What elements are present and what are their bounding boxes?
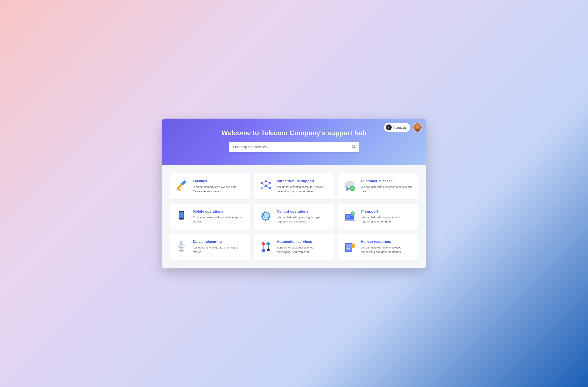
automation-desc: Support for customer queries, messaging,… (277, 245, 329, 254)
facilities-desc: Is something broken? We can help. Raise … (193, 185, 245, 194)
svg-point-4 (352, 145, 355, 147)
svg-point-46 (262, 214, 264, 216)
card-data[interactable]: B Data engineering Ask us for anything d… (170, 234, 250, 260)
card-automation[interactable]: Automation services Support for customer… (254, 234, 334, 260)
it-title: IT support (361, 209, 413, 214)
svg-point-63 (183, 245, 185, 246)
automation-icon (259, 240, 273, 253)
search-container (229, 142, 359, 152)
svg-marker-67 (267, 247, 270, 251)
automation-text: Automation services Support for customer… (277, 240, 329, 254)
svg-rect-54 (344, 220, 356, 221)
services-grid: Facilites Is something broken? We can he… (170, 173, 418, 260)
svg-rect-38 (261, 216, 263, 217)
svg-rect-59 (181, 248, 182, 251)
it-text: IT support We can help with any question… (361, 209, 413, 224)
facilities-text: Facilites Is something broken? We can he… (193, 179, 245, 194)
svg-line-23 (266, 181, 270, 183)
requests-badge: 2 (386, 124, 392, 130)
header-actions: 2 Requests (384, 123, 422, 132)
svg-line-20 (266, 186, 270, 188)
svg-point-45 (265, 215, 267, 217)
hr-title: Human resources (361, 240, 413, 244)
central-title: Central operations (277, 209, 329, 214)
main-container: 2 Requests Welcome to Telecom Company's … (162, 119, 426, 268)
svg-point-74 (352, 244, 354, 246)
svg-line-5 (355, 147, 356, 148)
svg-rect-51 (346, 215, 350, 218)
svg-rect-66 (262, 249, 265, 252)
infrastructure-title: Infrastructure support (277, 179, 329, 183)
customer-success-desc: We can help with customer accounts and d… (361, 185, 413, 194)
facilities-title: Facilites (193, 179, 245, 183)
card-facilities[interactable]: Facilites Is something broken? We can he… (170, 173, 250, 199)
svg-point-3 (416, 125, 419, 128)
card-it[interactable]: IT support We can help with any question… (338, 204, 418, 230)
data-title: Data engineering (193, 240, 245, 244)
hr-text: Human resources We can help with new emp… (361, 240, 413, 254)
svg-line-22 (262, 181, 266, 183)
requests-button[interactable]: 2 Requests (384, 123, 410, 132)
svg-rect-39 (269, 216, 271, 217)
data-icon: B (175, 240, 189, 253)
mobile-icon (175, 209, 189, 223)
facilities-icon (175, 179, 189, 192)
svg-line-19 (262, 186, 266, 188)
card-customer-success[interactable]: Customer success We can help with custom… (338, 173, 418, 199)
central-text: Central operations We can help with plan… (277, 209, 329, 224)
card-infrastructure[interactable]: Infrastructure support Ask us for anythi… (254, 173, 334, 199)
svg-point-48 (268, 217, 269, 218)
svg-line-17 (262, 183, 266, 186)
data-desc: Ask us for anything data or analytics re… (193, 245, 245, 254)
svg-rect-37 (265, 219, 267, 221)
svg-text:B: B (180, 242, 181, 244)
mobile-title: Mobile operations (193, 209, 245, 214)
page-title: Welcome to Telecom Company's support hub (222, 129, 367, 137)
central-icon (259, 209, 273, 223)
svg-point-27 (350, 186, 355, 191)
svg-point-64 (262, 242, 265, 245)
header-section: 2 Requests Welcome to Telecom Company's … (162, 119, 426, 165)
automation-title: Automation services (277, 240, 329, 244)
mobile-text: Mobile operations Customer issues with o… (193, 209, 245, 224)
svg-rect-76 (346, 245, 350, 246)
svg-point-47 (264, 211, 266, 213)
card-mobile[interactable]: Mobile operations Customer issues with o… (170, 204, 250, 230)
svg-point-29 (346, 188, 348, 190)
svg-rect-78 (346, 248, 350, 249)
data-text: Data engineering Ask us for anything dat… (193, 240, 245, 254)
requests-label: Requests (393, 126, 407, 129)
card-hr[interactable]: Human resources We can help with new emp… (338, 234, 418, 260)
infrastructure-text: Infrastructure support Ask us for anythi… (277, 179, 329, 194)
it-desc: We can help with any questions regarding… (361, 215, 413, 224)
svg-rect-57 (179, 247, 184, 248)
svg-point-62 (178, 245, 180, 247)
infrastructure-desc: Ask us for anything computer, server, ne… (277, 185, 329, 194)
search-input[interactable] (229, 142, 359, 152)
avatar-image (413, 123, 422, 132)
svg-line-18 (266, 183, 270, 186)
svg-rect-77 (346, 247, 349, 247)
it-icon (343, 209, 357, 223)
infrastructure-icon (259, 179, 273, 192)
customer-success-icon (343, 179, 357, 192)
card-central[interactable]: Central operations We can help with plan… (254, 204, 334, 230)
svg-point-65 (267, 242, 270, 245)
svg-point-75 (351, 246, 354, 248)
customer-success-text: Customer success We can help with custom… (361, 179, 413, 194)
svg-point-33 (181, 214, 182, 215)
customer-success-title: Customer success (361, 179, 413, 183)
svg-rect-52 (351, 215, 353, 216)
avatar[interactable] (413, 123, 422, 132)
central-desc: We can help with planning, budget reques… (277, 215, 329, 224)
svg-rect-53 (351, 217, 353, 217)
content-area: Facilites Is something broken? We can he… (162, 165, 426, 268)
hr-icon (343, 240, 357, 253)
svg-point-2 (415, 129, 420, 132)
mobile-desc: Customer issues with our mobile app or w… (193, 215, 245, 224)
hr-desc: We can help with new employee onboarding… (361, 245, 413, 254)
search-icon[interactable] (352, 145, 356, 150)
